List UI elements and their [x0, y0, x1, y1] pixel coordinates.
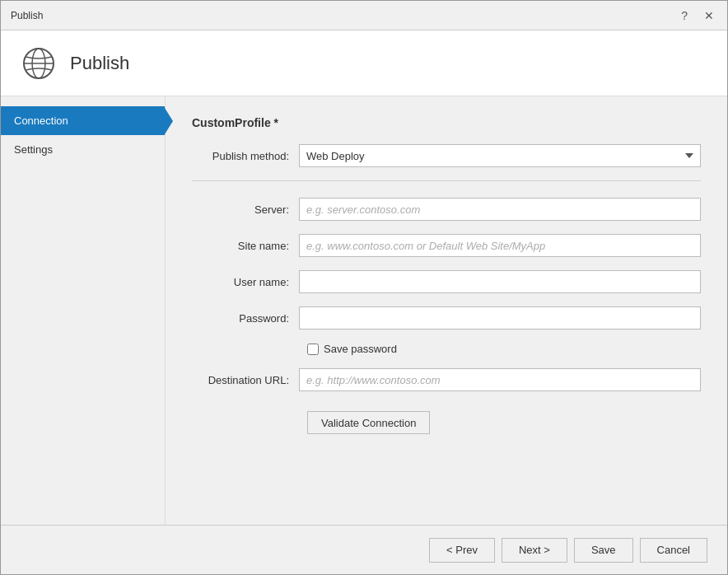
password-control: [299, 306, 701, 330]
password-input[interactable]: [299, 306, 701, 330]
site-name-label: Site name:: [192, 240, 299, 252]
prev-button[interactable]: < Prev: [429, 538, 495, 563]
user-name-label: User name:: [192, 276, 299, 288]
destination-url-label: Destination URL:: [192, 374, 299, 386]
server-control: [299, 198, 701, 221]
password-label: Password:: [192, 312, 299, 325]
publish-icon: [21, 45, 57, 82]
site-name-control: [299, 234, 701, 257]
cancel-button[interactable]: Cancel: [640, 538, 707, 563]
password-row: Password:: [192, 306, 701, 330]
publish-dialog: Publish ? ✕ Publish Connection S: [0, 0, 728, 575]
publish-method-row: Publish method: Web Deploy FTP File Syst…: [192, 144, 701, 167]
title-bar: Publish ? ✕: [1, 1, 727, 30]
sidebar-item-settings-label: Settings: [14, 143, 53, 156]
title-bar-controls: ? ✕: [678, 7, 717, 24]
user-name-control: [299, 270, 701, 293]
save-password-checkbox[interactable]: [307, 344, 319, 355]
publish-method-label: Publish method:: [192, 150, 299, 162]
site-name-row: Site name:: [192, 234, 701, 257]
save-password-label: Save password: [324, 343, 397, 355]
destination-url-row: Destination URL:: [192, 368, 701, 391]
server-row: Server:: [192, 198, 701, 221]
publish-method-select[interactable]: Web Deploy FTP File System IIS, FTP, etc: [299, 144, 701, 167]
title-bar-title: Publish: [11, 10, 43, 21]
save-button[interactable]: Save: [574, 538, 633, 563]
server-input[interactable]: [299, 198, 701, 221]
publish-method-control: Web Deploy FTP File System IIS, FTP, etc: [299, 144, 701, 167]
footer: < Prev Next > Save Cancel: [1, 525, 727, 574]
main-content: CustomProfile * Publish method: Web Depl…: [166, 96, 727, 525]
sidebar-item-connection[interactable]: Connection: [1, 106, 165, 135]
user-name-input[interactable]: [299, 270, 701, 293]
user-name-row: User name:: [192, 270, 701, 293]
content-area: Connection Settings CustomProfile * Publ…: [1, 96, 727, 525]
title-bar-left: Publish: [11, 10, 43, 21]
next-button[interactable]: Next >: [502, 538, 567, 563]
header: Publish: [1, 30, 727, 96]
destination-url-control: [299, 368, 701, 391]
sidebar-item-connection-label: Connection: [14, 115, 68, 127]
save-password-row: Save password: [307, 343, 701, 355]
destination-url-input[interactable]: [299, 368, 701, 391]
site-name-input[interactable]: [299, 234, 701, 257]
server-label: Server:: [192, 203, 299, 216]
validate-connection-button[interactable]: Validate Connection: [307, 411, 430, 434]
header-title: Publish: [70, 53, 129, 74]
close-button[interactable]: ✕: [701, 7, 717, 24]
divider: [192, 180, 701, 181]
sidebar-item-settings[interactable]: Settings: [1, 135, 165, 164]
section-title: CustomProfile *: [192, 116, 701, 129]
help-button[interactable]: ?: [678, 7, 691, 24]
sidebar: Connection Settings: [1, 96, 166, 525]
